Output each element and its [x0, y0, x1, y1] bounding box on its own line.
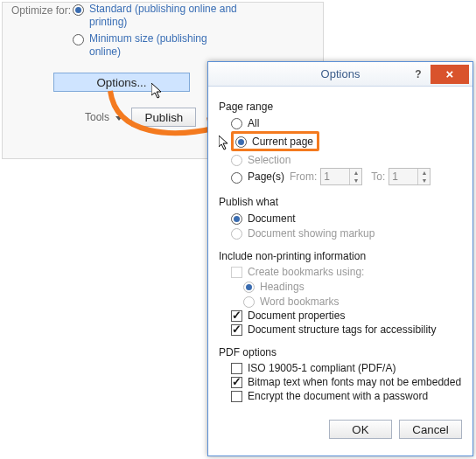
optimize-standard-label: Standard (publishing online and printing… [89, 3, 238, 29]
from-label: From: [290, 170, 317, 183]
encrypt-label: Encrypt the document with a password [248, 390, 428, 402]
bookmarks-label: Create bookmarks using: [248, 266, 364, 278]
bitmap-label: Bitmap text when fonts may not be embedd… [248, 376, 461, 388]
current-page-highlight: Current page [231, 131, 319, 151]
dialog-body: Page range All Current page Selection Pa… [208, 87, 472, 411]
to-down[interactable]: ▼ [417, 177, 430, 184]
titlebar[interactable]: Options ? × [208, 62, 472, 87]
pdf-options-label: PDF options [219, 346, 462, 358]
publish-button[interactable]: Publish [131, 108, 196, 127]
to-spinner[interactable]: ▲▼ [388, 168, 430, 185]
ok-button-label: OK [352, 423, 368, 436]
chk-docprops[interactable] [231, 310, 242, 322]
to-up[interactable]: ▲ [417, 169, 430, 177]
page-range-all-row[interactable]: All [231, 116, 462, 129]
options-button[interactable]: Options... [53, 73, 190, 92]
chk-bookmarks [231, 267, 242, 278]
chk-structtags[interactable] [231, 324, 242, 336]
publish-document-label: Document [248, 212, 296, 225]
encrypt-row[interactable]: Encrypt the document with a password [231, 390, 462, 402]
ok-button[interactable]: OK [329, 420, 392, 439]
optimize-minimum-label: Minimum size (publishing online) [89, 32, 238, 59]
tools-dropdown[interactable]: Tools [85, 111, 122, 123]
docprops-label: Document properties [248, 309, 345, 322]
optimize-label: Optimize for: [11, 4, 71, 17]
page-range-all-label: All [248, 117, 259, 129]
radio-pages[interactable] [231, 172, 242, 184]
page-range-pages-row[interactable]: Page(s) From: ▲▼ To: ▲▼ [231, 168, 462, 185]
wordbm-label: Word bookmarks [260, 296, 339, 308]
include-label: Include non-printing information [219, 250, 462, 262]
chk-encrypt[interactable] [231, 391, 242, 402]
page-range-pages-label: Page(s) [248, 170, 290, 183]
page-range-selection-label: Selection [248, 154, 290, 166]
publish-what-label: Publish what [219, 196, 462, 208]
radio-selection [231, 155, 242, 166]
iso-label: ISO 19005-1 compliant (PDF/A) [248, 362, 396, 374]
from-up[interactable]: ▲ [349, 169, 361, 177]
dialog-title: Options [208, 67, 472, 80]
radio-headings [243, 282, 255, 293]
publish-button-label: Publish [145, 111, 184, 124]
publish-markup-label: Document showing markup [248, 227, 374, 240]
publish-markup-row: Document showing markup [231, 226, 462, 240]
chk-iso[interactable] [231, 363, 242, 374]
publish-document-row[interactable]: Document [231, 212, 462, 225]
options-dialog: Options ? × Page range All Current page … [207, 61, 473, 456]
page-range-selection-row: Selection [231, 153, 462, 166]
radio-markup [231, 228, 242, 240]
bottom-row: Tools Publish [85, 108, 196, 127]
headings-label: Headings [260, 281, 304, 293]
iso-row[interactable]: ISO 19005-1 compliant (PDF/A) [231, 362, 462, 374]
tools-label: Tools [85, 111, 109, 123]
docprops-row[interactable]: Document properties [231, 309, 462, 322]
bookmarks-row: Create bookmarks using: [231, 266, 462, 278]
page-range-current-label: Current page [252, 136, 313, 148]
wordbm-row: Word bookmarks [243, 295, 462, 308]
page-range-label: Page range [219, 101, 462, 113]
optimize-standard-row[interactable]: Standard (publishing online and printing… [73, 3, 238, 29]
page-range-current-row[interactable]: Current page [231, 131, 462, 151]
structtags-row[interactable]: Document structure tags for accessibilit… [231, 323, 462, 336]
radio-all[interactable] [231, 118, 242, 129]
radio-wordbm [243, 296, 255, 308]
from-down[interactable]: ▼ [349, 177, 361, 184]
radio-document[interactable] [231, 213, 242, 225]
dialog-footer: OK Cancel [208, 411, 472, 448]
radio-current[interactable] [235, 136, 247, 148]
to-label: To: [371, 170, 385, 183]
cancel-button-label: Cancel [412, 423, 449, 436]
from-spinner[interactable]: ▲▼ [320, 168, 362, 185]
radio-minimum[interactable] [73, 34, 84, 45]
chk-bitmap[interactable] [231, 377, 242, 388]
options-button-label: Options... [96, 76, 146, 89]
structtags-label: Document structure tags for accessibilit… [248, 323, 436, 336]
radio-standard[interactable] [73, 4, 84, 16]
cancel-button[interactable]: Cancel [399, 420, 462, 439]
optimize-minimum-row[interactable]: Minimum size (publishing online) [73, 32, 238, 59]
chevron-down-icon [116, 116, 122, 121]
to-input[interactable] [389, 170, 417, 183]
headings-row: Headings [243, 280, 462, 293]
optimize-block: Standard (publishing online and printing… [73, 3, 238, 62]
from-input[interactable] [321, 170, 349, 183]
bitmap-row[interactable]: Bitmap text when fonts may not be embedd… [231, 376, 462, 388]
